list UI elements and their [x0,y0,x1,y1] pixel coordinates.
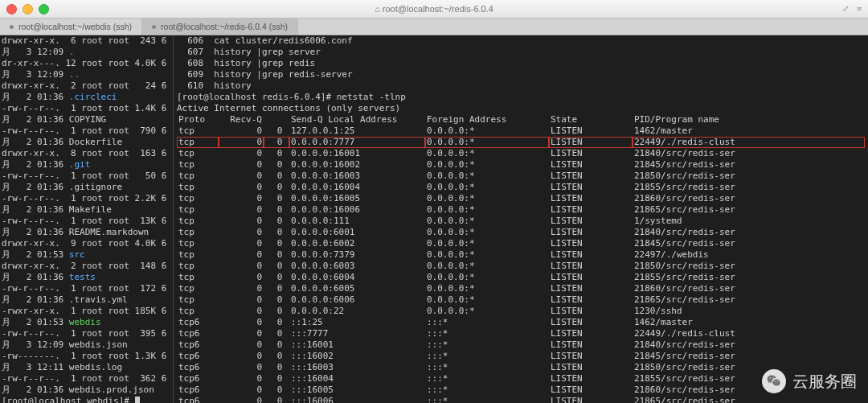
history-line: 608 history |grep redis [177,58,865,69]
active-connections-label: Active Internet connections (only server… [177,103,865,114]
netstat-row: tcp00 0.0.0.0:160010.0.0.0:*LISTEN21840/… [177,148,865,159]
tab-strip: root@localhost:~/webdis (ssh)root@localh… [0,19,868,35]
netstat-row: tcp00 0.0.0.0:73790.0.0.0:*LISTEN22497/.… [177,249,865,261]
netstat-row: tcp00 0.0.0.0:60050.0.0.0:*LISTEN21860/s… [177,283,865,294]
ls-row: drwxr-xr-x. 2 root root 148 6 [2,261,171,272]
ls-row: drwxr-xr-x. 2 root root 24 6 [2,80,171,92]
window-titlebar: ⌂ root@localhost:~/redis-6.0.4 ⤢ ≡ [0,0,868,19]
ls-row: drwxr-xr-x. 6 root root 243 6 [2,35,171,47]
ls-row-wrap: 月 3 12:09 webdis.json [2,339,171,351]
tab[interactable]: root@localhost:~/redis-6.0.4 (ssh) [142,19,298,35]
ls-row: drwxr-xr-x. 8 root root 163 6 [2,148,171,159]
ls-row-wrap: 月 2 01:36 COPYING [2,114,171,125]
netstat-row: tcp00 0.0.0.0:160060.0.0.0:*LISTEN21865/… [177,204,865,216]
watermark: 云服务圈 [762,369,857,393]
history-line: 609 history |grep redis-server [177,69,865,80]
ls-row-wrap: 月 2 01:36 .gitignore [2,182,171,193]
netstat-row: tcp00 0.0.0.0:160050.0.0.0:*LISTEN21860/… [177,193,865,204]
netstat-row: tcp00 0.0.0.0:1110.0.0.0:*LISTEN1/system… [177,216,865,227]
netstat-row: tcp600 :::16001:::*LISTEN21840/src/redis… [177,339,865,351]
window-title: ⌂ root@localhost:~/redis-6.0.4 [0,3,868,14]
netstat-row: tcp600 :::16006:::*LISTEN21865/src/redis… [177,396,865,403]
ls-row: -rw-r--r--. 1 root root 2.2K 6 [2,193,171,204]
ls-row: dr-xr-x---. 12 root root 4.0K 6 [2,58,171,69]
netstat-row: tcp600 ::1:25:::*LISTEN1462/master [177,317,865,328]
history-line: 610 history [177,80,865,92]
ls-row-wrap: 月 2 01:36 .git [2,159,171,171]
terminal-icon [152,25,156,29]
wechat-icon [762,369,786,393]
ls-row: -rw-r--r--. 1 root root 362 6 [2,373,171,384]
netstat-row: tcp00 0.0.0.0:220.0.0.0:*LISTEN1230/sshd [177,306,865,317]
netstat-row: tcp00 0.0.0.0:60020.0.0.0:*LISTEN21845/s… [177,238,865,249]
right-terminal-pane[interactable]: 606 cat cluster/redis6006.conf 607 histo… [174,35,868,403]
expand-icon[interactable]: ⤢ [842,3,849,14]
ls-row-wrap: 月 2 01:36 tests [2,272,171,283]
history-line: 606 cat cluster/redis6006.conf [177,35,865,47]
ls-row: -rw-r--r--. 1 root root 13K 6 [2,216,171,227]
ls-row: -rw-r--r--. 1 root root 790 6 [2,125,171,137]
ls-row-wrap: 月 3 12:09 .. [2,69,171,80]
netstat-row: tcp00 0.0.0.0:60040.0.0.0:*LISTEN21855/s… [177,272,865,283]
ls-row-wrap: 月 2 01:36 .travis.yml [2,294,171,306]
prompt[interactable]: [root@localhost webdis]# [2,396,171,403]
netstat-table: ProtoRecv-QSend-Q Local AddressForeign A… [177,114,865,403]
netstat-row: tcp00 0.0.0.0:60060.0.0.0:*LISTEN21865/s… [177,294,865,306]
tab-label: root@localhost:~/redis-6.0.4 (ssh) [161,21,288,32]
netstat-row: tcp600 :::7777:::*LISTEN22449/./redis-cl… [177,328,865,339]
ls-row-wrap: 月 2 01:36 webdis.prod.json [2,384,171,396]
ls-row: -rw-r--r--. 1 root root 395 6 [2,328,171,339]
netstat-header: ProtoRecv-QSend-Q Local AddressForeign A… [177,114,865,125]
cursor-icon [135,397,140,403]
ls-row: -rw-r--r--. 1 root root 50 6 [2,171,171,182]
netstat-row: tcp00 0.0.0.0:60030.0.0.0:*LISTEN21850/s… [177,261,865,272]
menu-icon[interactable]: ≡ [857,3,862,14]
ls-row-wrap: 月 2 01:36 Makefile [2,204,171,216]
netstat-row: tcp00 0.0.0.0:160030.0.0.0:*LISTEN21850/… [177,171,865,182]
ls-row-wrap: 月 2 01:36 Dockerfile [2,137,171,148]
ls-row: -rw-r--r--. 1 root root 1.4K 6 [2,103,171,114]
netstat-row: tcp00 0.0.0.0:160040.0.0.0:*LISTEN21855/… [177,182,865,193]
netstat-row: tcp00 0.0.0.0:77770.0.0.0:*LISTEN22449/.… [177,137,865,148]
terminal-icon [10,25,14,29]
ls-row-wrap: 月 3 12:09 . [2,47,171,58]
prompt-line: [root@localhost redis-6.0.4]# netstat -t… [177,92,865,103]
tab[interactable]: root@localhost:~/webdis (ssh) [0,19,142,35]
netstat-row: tcp600 :::16002:::*LISTEN21845/src/redis… [177,351,865,362]
ls-row-wrap: 月 2 01:53 src [2,249,171,261]
ls-row: -rwxr-xr-x. 1 root root 185K 6 [2,306,171,317]
ls-row: -rw-------. 1 root root 1.3K 6 [2,351,171,362]
left-terminal-pane[interactable]: drwxr-xr-x. 6 root root 243 6月 3 12:09 .… [0,35,174,403]
ls-row-wrap: 月 3 12:11 webdis.log [2,362,171,373]
netstat-row: tcp00 0.0.0.0:160020.0.0.0:*LISTEN21845/… [177,159,865,171]
ls-row-wrap: 月 2 01:36 README.markdown [2,227,171,238]
tab-label: root@localhost:~/webdis (ssh) [18,21,132,32]
ls-row: drwxr-xr-x. 9 root root 4.0K 6 [2,238,171,249]
netstat-row: tcp00 0.0.0.0:60010.0.0.0:*LISTEN21840/s… [177,227,865,238]
ls-row-wrap: 月 2 01:53 webdis [2,317,171,328]
history-line: 607 history |grep server [177,47,865,58]
ls-row-wrap: 月 2 01:36 .circleci [2,92,171,103]
ls-row: -rw-r--r--. 1 root root 172 6 [2,283,171,294]
netstat-row: tcp00 127.0.0.1:250.0.0.0:*LISTEN1462/ma… [177,125,865,137]
